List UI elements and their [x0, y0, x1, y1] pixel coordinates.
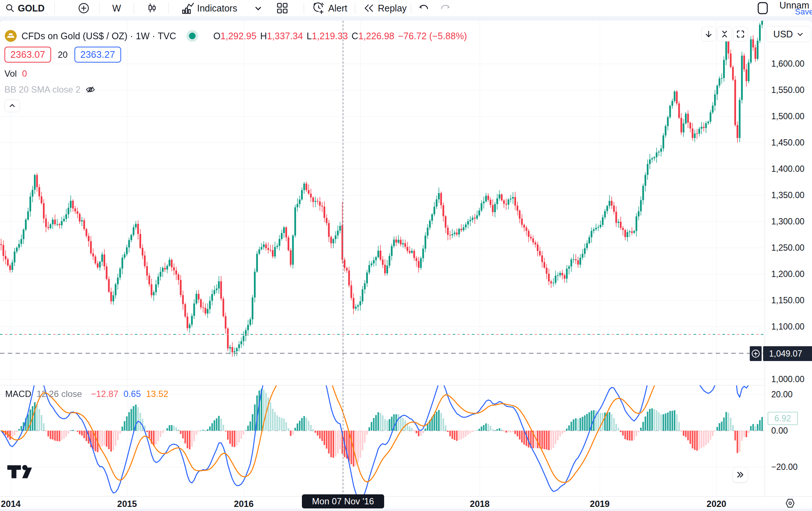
indicators-button[interactable]: Indicators: [181, 0, 237, 16]
macd-current-value-badge: 6.92: [768, 412, 798, 425]
close-value: 1,226.98: [358, 31, 394, 41]
fullscreen-button[interactable]: [733, 27, 748, 41]
macd-axis-label: 0.00: [771, 426, 788, 436]
interval-label: W: [112, 3, 121, 14]
redo-button[interactable]: [439, 0, 451, 16]
layout-frame-icon: [756, 1, 770, 15]
price-axis-label: 1,250.00: [771, 243, 805, 253]
bb-label: BB 20 SMA close 2: [4, 84, 80, 95]
price-axis-label: 1,000.00: [771, 374, 805, 384]
price-axis-label: 1,550.00: [771, 85, 805, 95]
hidden-eye-icon[interactable]: [85, 84, 96, 95]
price-axis-label: 1,150.00: [771, 295, 805, 305]
price-axis-label: 1,350.00: [771, 190, 805, 200]
bid-ask-row: 2363.07 20 2363.27: [4, 47, 467, 63]
collapse-pane-button[interactable]: [717, 27, 732, 41]
gold-coin-icon: [4, 30, 17, 42]
chart-legend: CFDs on Gold (US$ / OZ) · 1W · TVC O1,29…: [4, 30, 467, 112]
toolbar-separator: [168, 3, 169, 14]
macd-signal-value: 13.52: [146, 389, 168, 399]
change-value: −76.72 (−5.88%): [398, 31, 467, 41]
tradingview-logo[interactable]: [7, 463, 33, 482]
timezone-settings-button[interactable]: [785, 498, 796, 509]
sell-bid-button[interactable]: 2363.07: [4, 47, 51, 63]
alert-button[interactable]: Alert: [312, 0, 347, 16]
bottom-strip: [0, 509, 812, 511]
undo-button[interactable]: [418, 0, 430, 16]
alert-label: Alert: [328, 3, 347, 14]
toolbar-separator: [54, 3, 55, 14]
price-axis-label: 1,100.00: [771, 322, 805, 332]
pane-divider[interactable]: [0, 385, 812, 385]
indicators-label: Indicators: [197, 3, 237, 14]
chevron-down-icon: [796, 30, 804, 38]
interval-button[interactable]: W: [112, 0, 121, 16]
price-axis-label: 1,400.00: [771, 164, 805, 174]
macd-name[interactable]: MACD: [5, 389, 31, 399]
toolbar-separator: [411, 3, 411, 14]
replay-button[interactable]: Replay: [363, 0, 407, 16]
price-axis-label: 1,600.00: [771, 59, 805, 69]
tradingview-app: GOLD W Indicators: [0, 0, 812, 511]
alert-clock-icon: [312, 1, 325, 15]
open-value: 1,292.95: [220, 31, 256, 41]
bb-hidden-dotted-line: [0, 334, 764, 335]
buy-ask-button[interactable]: 2363.27: [74, 47, 121, 63]
grid-layout-icon: [276, 1, 289, 15]
indicators-icon: [181, 1, 194, 15]
settings-hexagon-icon: [785, 498, 796, 509]
layout-grid-button[interactable]: [276, 0, 289, 16]
chart-widget: CFDs on Gold (US$ / OZ) · 1W · TVC O1,29…: [0, 21, 812, 509]
symbol-name: GOLD: [18, 3, 44, 14]
save-button[interactable]: Save: [795, 4, 812, 20]
macd-line-value: 0.65: [124, 389, 141, 399]
compare-add-button[interactable]: [78, 0, 90, 16]
replay-label: Replay: [378, 3, 407, 14]
time-axis-panel[interactable]: 201420152016201820192020: [0, 496, 812, 509]
macd-hist-value: −12.87: [91, 389, 118, 399]
fullscreen-frame-icon: [736, 30, 745, 39]
undo-icon: [418, 2, 430, 14]
symbol-title[interactable]: CFDs on Gold (US$ / OZ) · 1W · TVC: [21, 31, 176, 41]
year-label: 2015: [112, 499, 142, 509]
ohlc-values: O1,292.95 H1,337.34 L1,219.33 C1,226.98 …: [213, 31, 467, 41]
market-status-icon: [186, 30, 199, 42]
macd-axis-label: 20.00: [771, 390, 793, 400]
macd-params: 12 26 close: [37, 389, 82, 399]
plus-circle-icon: [751, 349, 761, 358]
arrow-down-icon: [704, 30, 713, 39]
volume-value: 0: [22, 69, 27, 79]
macd-pane-canvas[interactable]: [0, 385, 765, 496]
year-label: 2014: [0, 499, 26, 509]
top-toolbar: GOLD W Indicators: [0, 0, 812, 16]
more-panes-button[interactable]: [733, 467, 748, 482]
replay-rewind-icon: [363, 2, 375, 14]
legend-collapse-button[interactable]: [4, 100, 20, 112]
save-label: Save: [795, 7, 812, 17]
symbol-search-button[interactable]: GOLD: [5, 0, 44, 16]
search-icon: [5, 3, 15, 13]
indicators-menu-arrow[interactable]: [254, 0, 262, 16]
collapse-chevrons-icon: [720, 30, 729, 39]
add-alert-plus-button[interactable]: [750, 346, 762, 361]
toolbar-separator: [304, 3, 304, 14]
layout-tab-button[interactable]: [756, 0, 770, 16]
price-axis-label: 1,500.00: [771, 111, 805, 121]
tradingview-logo-icon: [7, 463, 33, 481]
plus-circle-icon: [78, 2, 90, 14]
price-axis-label: 1,450.00: [771, 138, 805, 148]
double-chevron-right-icon: [736, 470, 745, 479]
toolbar-separator: [134, 3, 134, 14]
scroll-to-latest-button[interactable]: [701, 27, 716, 41]
chart-style-button[interactable]: [146, 0, 158, 16]
price-axis-label: 1,300.00: [771, 217, 805, 227]
spread-value: 20: [58, 50, 68, 60]
crosshair-date-tooltip: Mon 07 Nov '16: [302, 494, 384, 508]
alert-price-line[interactable]: [0, 353, 764, 354]
bb-indicator-row: BB 20 SMA close 2: [4, 84, 467, 95]
chevron-down-icon: [254, 4, 262, 12]
currency-dropdown[interactable]: USD: [766, 26, 811, 42]
toolbar-separator: [99, 3, 100, 14]
year-label: 2016: [229, 499, 259, 509]
volume-label: Vol: [4, 69, 17, 79]
